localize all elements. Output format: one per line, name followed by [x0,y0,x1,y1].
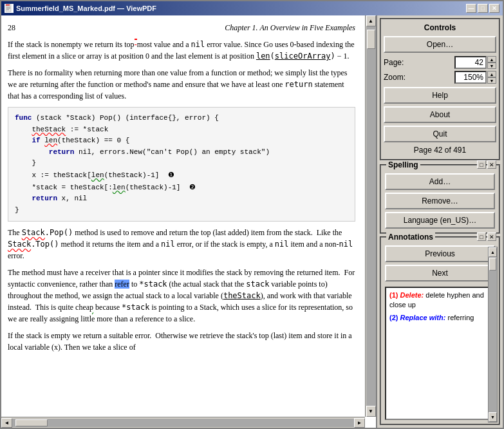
annotation-item-2: (2) Replace with: referring [387,312,492,324]
zoom-field-row: Zoom: ▲ ▼ [384,71,496,84]
scrollbar-thumb-v[interactable] [367,30,375,49]
page-input-wrap: ▲ ▼ [454,56,496,69]
code-block: func (stack *Stack) Pop() (interface{}, … [8,107,355,222]
page-spinner: ▲ ▼ [487,56,496,69]
anno-1-label: (1) [389,291,398,299]
spelling-expand-button[interactable]: □ [477,160,486,169]
scroll-down-button[interactable]: ▼ [366,406,376,417]
about-button[interactable]: About [384,106,496,123]
paragraph-1: If the stack is nonempty we return its t… [8,39,355,62]
spelling-title: Spelling [386,160,420,169]
annotation-list: (1) Delete: delete hyphen and close up (… [385,287,495,420]
paragraph-5: If the stack is empty we return a suitab… [8,330,355,353]
spelling-section: Spelling □ ✕ Add… Remove… Language (en_U… [380,164,500,234]
zoom-spinner: ▲ ▼ [487,71,496,84]
spelling-close-button[interactable]: ✕ [487,160,496,169]
page-spin-up[interactable]: ▲ [487,56,496,62]
scrollbar-track-v[interactable] [366,26,376,406]
annotations-controls: □ ✕ [477,233,496,241]
scroll-right-button[interactable]: ► [354,418,365,428]
paragraph-2: There is no formality when returning mor… [8,67,355,102]
code-line-3: if len(theStack) == 0 { [15,135,348,147]
paragraph-3: The Stack.Pop() method is used to remove… [8,227,355,262]
close-button[interactable]: ✕ [489,4,499,13]
spelling-controls: □ ✕ [477,160,496,169]
page-header: 28 Chapter 1. An Overview in Five Exampl… [8,22,355,33]
code-line-2: theStack := *stack [15,124,348,136]
code-line-5: } [15,158,348,169]
paragraph-4: The method must have a receiver that is … [8,267,355,325]
annotations-close-button[interactable]: ✕ [487,233,496,241]
vertical-scrollbar[interactable]: ▲ ▼ [365,15,376,417]
page-input[interactable] [454,56,487,69]
annotation-scrollbar[interactable]: ▲ ▼ [488,247,498,423]
anno-1-type: Delete: [400,291,424,299]
controls-section: Controls Open… Page: ▲ ▼ Zoom: [380,18,500,160]
page-info: Page 42 of 491 [384,146,496,155]
window-title: Summerfield_MS_Marked.pdf — ViewPDF [16,5,156,12]
code-line-6: x := theStack[len(theStack)-1] ❶ [15,169,348,182]
add-button[interactable]: Add… [385,173,495,190]
help-button[interactable]: Help [384,87,496,104]
controls-panel: Controls Open… Page: ▲ ▼ Zoom: [377,15,503,428]
svg-rect-1 [6,5,11,12]
next-button[interactable]: Next [385,265,495,281]
scroll-left-button[interactable]: ◄ [1,418,12,428]
language-button[interactable]: Language (en_US)… [385,212,495,229]
annotations-section: Annotations □ ✕ Previous Next (1) Delete… [380,236,500,425]
scrollbar-track-h[interactable] [12,419,354,427]
chapter-title: Chapter 1. An Overview in Five Examples [225,22,355,33]
anno-2-label: (2) [389,314,398,321]
anno-scroll-thumb[interactable] [489,258,496,271]
page-field-row: Page: ▲ ▼ [384,56,496,69]
code-line-9: } [15,205,348,216]
pdf-content: 28 Chapter 1. An Overview in Five Exampl… [1,15,365,359]
title-bar: Summerfield_MS_Marked.pdf — ViewPDF — □ … [1,1,503,15]
code-line-8: return x, nil [15,193,348,205]
main-window: Summerfield_MS_Marked.pdf — ViewPDF — □ … [0,0,504,429]
zoom-input-wrap: ▲ ▼ [454,71,496,84]
anno-scroll-up[interactable]: ▲ [489,247,497,257]
open-button[interactable]: Open… [384,36,496,53]
page-spin-down[interactable]: ▼ [487,62,496,69]
main-area: 28 Chapter 1. An Overview in Five Exampl… [1,15,503,428]
svg-rect-2 [6,5,10,6]
controls-title: Controls [384,23,496,32]
quit-button[interactable]: Quit [384,126,496,142]
page-number: 28 [8,22,15,33]
minimize-button[interactable]: — [466,4,476,13]
remove-button[interactable]: Remove… [385,193,495,209]
zoom-spin-down[interactable]: ▼ [487,77,496,84]
code-line-4: return nil, errors.New("can't Pop() an e… [15,147,348,158]
zoom-input[interactable] [454,71,487,84]
scroll-up-button[interactable]: ▲ [366,15,376,26]
annotation-item-1: (1) Delete: delete hyphen and close up [387,289,492,312]
app-icon [5,4,14,13]
code-line-7: *stack = theStack[:len(theStack)-1] ❷ [15,182,348,194]
scrollbar-thumb-h[interactable] [15,419,48,426]
anno-2-type: Replace with: [400,314,446,321]
zoom-label: Zoom: [384,73,406,82]
title-bar-left: Summerfield_MS_Marked.pdf — ViewPDF [5,4,156,13]
maximize-button[interactable]: □ [478,4,488,13]
annotations-expand-button[interactable]: □ [477,233,486,241]
anno-2-text: referring [447,314,474,321]
annotations-title: Annotations [386,233,435,242]
previous-button[interactable]: Previous [385,245,495,262]
horizontal-scrollbar[interactable]: ◄ ► [1,417,365,428]
zoom-spin-up[interactable]: ▲ [487,71,496,77]
anno-scroll-down[interactable]: ▼ [489,412,497,422]
window-controls: — □ ✕ [466,4,499,13]
code-line-1: func (stack *Stack) Pop() (interface{}, … [15,113,348,124]
anno-scroll-track[interactable] [489,257,497,412]
pdf-panel: 28 Chapter 1. An Overview in Five Exampl… [1,15,377,428]
page-label: Page: [384,58,404,67]
